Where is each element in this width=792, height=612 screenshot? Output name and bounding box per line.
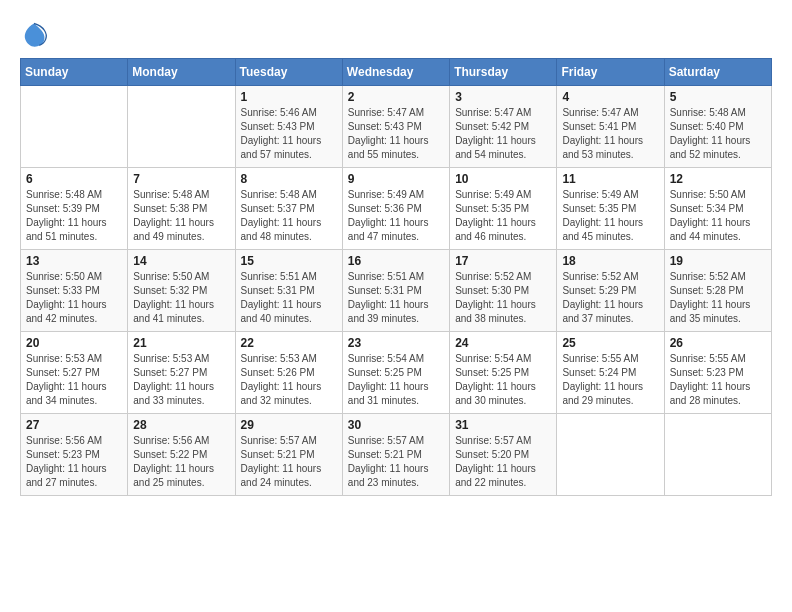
- cell-info-line: Sunset: 5:36 PM: [348, 203, 422, 214]
- cell-info-line: Sunrise: 5:54 AM: [455, 353, 531, 364]
- daylight-hours: Daylight: 11 hours: [348, 463, 429, 474]
- cell-info-line: Sunset: 5:27 PM: [133, 367, 207, 378]
- daylight-hours: Daylight: 11 hours: [26, 381, 107, 392]
- calendar-cell: 1Sunrise: 5:46 AMSunset: 5:43 PMDaylight…: [235, 86, 342, 168]
- cell-info-line: Sunset: 5:29 PM: [562, 285, 636, 296]
- calendar-cell: 11Sunrise: 5:49 AMSunset: 5:35 PMDayligh…: [557, 168, 664, 250]
- cell-daylight-info: Sunrise: 5:54 AMSunset: 5:25 PMDaylight:…: [348, 352, 444, 408]
- cell-info-line: Sunrise: 5:53 AM: [26, 353, 102, 364]
- daylight-hours: Daylight: 11 hours: [133, 381, 214, 392]
- cell-info-line: Sunrise: 5:56 AM: [26, 435, 102, 446]
- daylight-minutes: and 46 minutes.: [455, 231, 526, 242]
- cell-date-number: 9: [348, 172, 444, 186]
- daylight-minutes: and 37 minutes.: [562, 313, 633, 324]
- header-saturday: Saturday: [664, 59, 771, 86]
- cell-info-line: Sunset: 5:26 PM: [241, 367, 315, 378]
- cell-info-line: Sunset: 5:37 PM: [241, 203, 315, 214]
- cell-info-line: Sunset: 5:31 PM: [241, 285, 315, 296]
- cell-info-line: Sunset: 5:32 PM: [133, 285, 207, 296]
- calendar-cell: 26Sunrise: 5:55 AMSunset: 5:23 PMDayligh…: [664, 332, 771, 414]
- daylight-hours: Daylight: 11 hours: [455, 299, 536, 310]
- cell-daylight-info: Sunrise: 5:50 AMSunset: 5:34 PMDaylight:…: [670, 188, 766, 244]
- cell-info-line: Sunrise: 5:54 AM: [348, 353, 424, 364]
- calendar-cell: 15Sunrise: 5:51 AMSunset: 5:31 PMDayligh…: [235, 250, 342, 332]
- cell-info-line: Sunset: 5:21 PM: [241, 449, 315, 460]
- cell-info-line: Sunset: 5:34 PM: [670, 203, 744, 214]
- cell-daylight-info: Sunrise: 5:57 AMSunset: 5:21 PMDaylight:…: [241, 434, 337, 490]
- daylight-hours: Daylight: 11 hours: [455, 463, 536, 474]
- header-tuesday: Tuesday: [235, 59, 342, 86]
- cell-daylight-info: Sunrise: 5:56 AMSunset: 5:22 PMDaylight:…: [133, 434, 229, 490]
- daylight-hours: Daylight: 11 hours: [241, 463, 322, 474]
- daylight-minutes: and 48 minutes.: [241, 231, 312, 242]
- cell-info-line: Sunrise: 5:55 AM: [670, 353, 746, 364]
- daylight-hours: Daylight: 11 hours: [241, 299, 322, 310]
- cell-date-number: 18: [562, 254, 658, 268]
- cell-date-number: 13: [26, 254, 122, 268]
- cell-date-number: 10: [455, 172, 551, 186]
- calendar-cell: 9Sunrise: 5:49 AMSunset: 5:36 PMDaylight…: [342, 168, 449, 250]
- cell-info-line: Sunrise: 5:50 AM: [26, 271, 102, 282]
- calendar-cell: 23Sunrise: 5:54 AMSunset: 5:25 PMDayligh…: [342, 332, 449, 414]
- page-header: [20, 20, 772, 48]
- cell-info-line: Sunset: 5:20 PM: [455, 449, 529, 460]
- cell-daylight-info: Sunrise: 5:47 AMSunset: 5:42 PMDaylight:…: [455, 106, 551, 162]
- daylight-minutes: and 28 minutes.: [670, 395, 741, 406]
- calendar-cell: 4Sunrise: 5:47 AMSunset: 5:41 PMDaylight…: [557, 86, 664, 168]
- cell-info-line: Sunset: 5:24 PM: [562, 367, 636, 378]
- cell-info-line: Sunset: 5:43 PM: [348, 121, 422, 132]
- calendar-cell: 13Sunrise: 5:50 AMSunset: 5:33 PMDayligh…: [21, 250, 128, 332]
- week-row-3: 13Sunrise: 5:50 AMSunset: 5:33 PMDayligh…: [21, 250, 772, 332]
- calendar-cell: 16Sunrise: 5:51 AMSunset: 5:31 PMDayligh…: [342, 250, 449, 332]
- cell-daylight-info: Sunrise: 5:53 AMSunset: 5:27 PMDaylight:…: [133, 352, 229, 408]
- cell-daylight-info: Sunrise: 5:56 AMSunset: 5:23 PMDaylight:…: [26, 434, 122, 490]
- calendar-cell: 14Sunrise: 5:50 AMSunset: 5:32 PMDayligh…: [128, 250, 235, 332]
- calendar-cell: 22Sunrise: 5:53 AMSunset: 5:26 PMDayligh…: [235, 332, 342, 414]
- daylight-minutes: and 31 minutes.: [348, 395, 419, 406]
- cell-daylight-info: Sunrise: 5:55 AMSunset: 5:23 PMDaylight:…: [670, 352, 766, 408]
- daylight-hours: Daylight: 11 hours: [26, 463, 107, 474]
- cell-date-number: 7: [133, 172, 229, 186]
- header-wednesday: Wednesday: [342, 59, 449, 86]
- cell-daylight-info: Sunrise: 5:57 AMSunset: 5:21 PMDaylight:…: [348, 434, 444, 490]
- daylight-hours: Daylight: 11 hours: [562, 381, 643, 392]
- calendar-cell: 7Sunrise: 5:48 AMSunset: 5:38 PMDaylight…: [128, 168, 235, 250]
- daylight-minutes: and 54 minutes.: [455, 149, 526, 160]
- calendar-cell: 6Sunrise: 5:48 AMSunset: 5:39 PMDaylight…: [21, 168, 128, 250]
- daylight-minutes: and 25 minutes.: [133, 477, 204, 488]
- cell-info-line: Sunrise: 5:57 AM: [348, 435, 424, 446]
- cell-info-line: Sunset: 5:28 PM: [670, 285, 744, 296]
- calendar-cell: 24Sunrise: 5:54 AMSunset: 5:25 PMDayligh…: [450, 332, 557, 414]
- cell-info-line: Sunrise: 5:56 AM: [133, 435, 209, 446]
- cell-info-line: Sunrise: 5:48 AM: [670, 107, 746, 118]
- cell-daylight-info: Sunrise: 5:53 AMSunset: 5:26 PMDaylight:…: [241, 352, 337, 408]
- daylight-minutes: and 55 minutes.: [348, 149, 419, 160]
- cell-daylight-info: Sunrise: 5:52 AMSunset: 5:29 PMDaylight:…: [562, 270, 658, 326]
- calendar-cell: 5Sunrise: 5:48 AMSunset: 5:40 PMDaylight…: [664, 86, 771, 168]
- cell-daylight-info: Sunrise: 5:55 AMSunset: 5:24 PMDaylight:…: [562, 352, 658, 408]
- cell-info-line: Sunrise: 5:48 AM: [133, 189, 209, 200]
- cell-daylight-info: Sunrise: 5:48 AMSunset: 5:37 PMDaylight:…: [241, 188, 337, 244]
- cell-info-line: Sunrise: 5:49 AM: [455, 189, 531, 200]
- daylight-hours: Daylight: 11 hours: [348, 299, 429, 310]
- cell-info-line: Sunset: 5:23 PM: [670, 367, 744, 378]
- cell-daylight-info: Sunrise: 5:53 AMSunset: 5:27 PMDaylight:…: [26, 352, 122, 408]
- calendar-cell: 2Sunrise: 5:47 AMSunset: 5:43 PMDaylight…: [342, 86, 449, 168]
- cell-date-number: 23: [348, 336, 444, 350]
- cell-daylight-info: Sunrise: 5:48 AMSunset: 5:39 PMDaylight:…: [26, 188, 122, 244]
- calendar-cell: 28Sunrise: 5:56 AMSunset: 5:22 PMDayligh…: [128, 414, 235, 496]
- calendar-cell: 20Sunrise: 5:53 AMSunset: 5:27 PMDayligh…: [21, 332, 128, 414]
- daylight-minutes: and 30 minutes.: [455, 395, 526, 406]
- cell-info-line: Sunrise: 5:47 AM: [348, 107, 424, 118]
- daylight-hours: Daylight: 11 hours: [670, 135, 751, 146]
- daylight-minutes: and 44 minutes.: [670, 231, 741, 242]
- cell-info-line: Sunrise: 5:50 AM: [133, 271, 209, 282]
- calendar-cell: 27Sunrise: 5:56 AMSunset: 5:23 PMDayligh…: [21, 414, 128, 496]
- cell-date-number: 8: [241, 172, 337, 186]
- cell-date-number: 17: [455, 254, 551, 268]
- daylight-minutes: and 27 minutes.: [26, 477, 97, 488]
- cell-info-line: Sunrise: 5:47 AM: [455, 107, 531, 118]
- cell-date-number: 26: [670, 336, 766, 350]
- cell-daylight-info: Sunrise: 5:48 AMSunset: 5:40 PMDaylight:…: [670, 106, 766, 162]
- cell-info-line: Sunrise: 5:53 AM: [241, 353, 317, 364]
